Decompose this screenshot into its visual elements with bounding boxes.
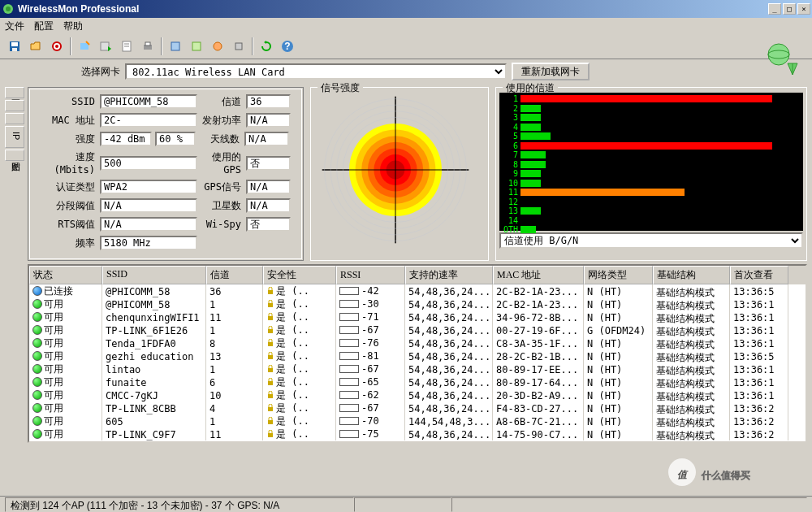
header-mac[interactable]: MAC 地址	[493, 266, 584, 284]
lock-icon	[266, 404, 274, 412]
gps-signal-value: N/A	[246, 180, 291, 194]
lock-icon	[266, 300, 274, 308]
txpower-label: 发射功率	[197, 114, 246, 128]
ssid-value: @PHICOMM_58	[100, 94, 197, 109]
tab-map[interactable]: 贴图	[5, 150, 24, 161]
header-infra[interactable]: 基础结构	[653, 266, 730, 284]
status-dot-icon	[32, 416, 42, 426]
lock-icon	[266, 378, 274, 386]
header-nettype[interactable]: 网络类型	[584, 266, 653, 284]
table-row[interactable]: 可用6051是 (..-70144,54,48,3...A8-6B-7C-21.…	[29, 414, 806, 427]
lock-icon	[266, 287, 274, 295]
svg-text:?: ?	[284, 41, 290, 52]
strength-dbm-value: -42 dBm	[100, 132, 152, 146]
signal-radar-chart	[314, 93, 477, 247]
lock-icon	[266, 326, 274, 334]
tab-ip[interactable]: IP 连接	[5, 126, 24, 148]
table-row[interactable]: 可用TP-LINK_C9F711是 (..-7554,48,36,24...14…	[29, 427, 806, 440]
tool2-icon[interactable]	[187, 37, 206, 56]
gps-used-value: 否	[246, 156, 291, 171]
tab-summary[interactable]: 概要	[5, 87, 24, 98]
connection-info-panel: SSID @PHICOMM_58 信道 36 MAC 地址 2C- 发射功率 N…	[28, 87, 304, 261]
table-row[interactable]: 可用Tenda_1FDFA08是 (..-7654,48,36,24...C8-…	[29, 336, 806, 349]
tool3-icon[interactable]	[208, 37, 227, 56]
table-body[interactable]: 已连接@PHICOMM_5836是 (..-4254,48,36,24...2C…	[29, 284, 806, 443]
close-button[interactable]: ×	[797, 3, 810, 15]
wispy-label: Wi-Spy	[197, 219, 246, 230]
target-icon[interactable]	[47, 37, 67, 56]
log-icon[interactable]	[117, 37, 136, 56]
status-dot-icon	[32, 286, 42, 296]
strength-label: 强度	[35, 132, 100, 146]
window-title: WirelessMon Professional	[18, 3, 768, 15]
svg-rect-47	[268, 394, 273, 398]
nic-select[interactable]: 802.11ac Wireless LAN Card	[125, 63, 507, 80]
play-icon[interactable]	[96, 37, 115, 56]
svg-rect-46	[268, 381, 273, 385]
table-row[interactable]: 可用CMCC-7gKJ10是 (..-6254,48,36,24...20-3D…	[29, 388, 806, 401]
lock-icon	[266, 339, 274, 347]
frag-label: 分段阈值	[35, 199, 100, 213]
wispy-value: 否	[246, 217, 291, 232]
tool1-icon[interactable]	[166, 37, 185, 56]
lock-icon	[266, 430, 274, 438]
svg-point-21	[768, 44, 789, 65]
left-tabs: 概要 统计 图形 IP 连接 贴图	[5, 87, 24, 443]
header-rssi[interactable]: RSSI	[336, 266, 405, 284]
table-row[interactable]: 可用chenqunxingWIFI111是 (..-7154,48,36,24.…	[29, 310, 806, 323]
gps-signal-label: GPS信号	[197, 180, 246, 194]
maximize-button[interactable]: □	[783, 3, 796, 15]
table-row[interactable]: 可用funaite6是 (..-6554,48,36,24...80-89-17…	[29, 375, 806, 388]
status-dot-icon	[32, 429, 42, 439]
header-ssid[interactable]: SSID	[102, 266, 206, 284]
menu-help[interactable]: 帮助	[63, 20, 83, 33]
status-dot-icon	[32, 390, 42, 400]
lock-icon	[266, 365, 274, 373]
open-icon[interactable]	[26, 37, 45, 56]
svg-text:什么值得买: 什么值得买	[701, 470, 750, 481]
channel-label: 信道	[197, 95, 246, 109]
svg-rect-4	[12, 48, 17, 51]
header-channel[interactable]: 信道	[206, 266, 263, 284]
channel-value: 36	[246, 94, 291, 109]
table-row[interactable]: 可用@PHICOMM_581是 (..-3054,48,36,24...2C-B…	[29, 297, 806, 310]
svg-rect-40	[268, 303, 273, 307]
channel-mode-select[interactable]: 信道使用 B/G/N	[499, 232, 803, 249]
status-dot-icon	[32, 325, 42, 335]
table-header: 状态 SSID 信道 安全性 RSSI 支持的速率 MAC 地址 网络类型 基础…	[29, 266, 806, 284]
tab-graph[interactable]: 图形	[5, 113, 24, 124]
svg-point-1	[6, 7, 11, 11]
ap-list-table: 状态 SSID 信道 安全性 RSSI 支持的速率 MAC 地址 网络类型 基础…	[28, 264, 807, 443]
header-rates[interactable]: 支持的速率	[405, 266, 493, 284]
lock-icon	[266, 417, 274, 425]
save-icon[interactable]	[5, 37, 24, 56]
table-row[interactable]: 可用gezhi education13是 (..-8154,48,36,24..…	[29, 349, 806, 362]
svg-rect-39	[268, 290, 273, 294]
table-row[interactable]: 可用lintao1是 (..-6754,48,36,24...80-89-17-…	[29, 362, 806, 375]
table-row[interactable]: 已连接@PHICOMM_5836是 (..-4254,48,36,24...2C…	[29, 284, 806, 297]
table-row[interactable]: 可用TP-LINK_6F1E261是 (..-6754,48,36,24...0…	[29, 323, 806, 336]
table-row[interactable]: 可用TP-LINK_8CBB4是 (..-6754,48,36,24...F4-…	[29, 401, 806, 414]
svg-rect-42	[268, 329, 273, 333]
help-icon[interactable]: ?	[278, 37, 297, 56]
svg-rect-18	[235, 43, 242, 50]
header-status[interactable]: 状态	[29, 266, 102, 284]
statusbar: 检测到 124 个AP (111 个加密 - 13 个未加密) - 37 个 G…	[0, 496, 812, 512]
freq-label: 频率	[35, 236, 100, 250]
header-security[interactable]: 安全性	[263, 266, 336, 284]
refresh-icon[interactable]	[257, 37, 276, 56]
reload-nic-button[interactable]: 重新加载网卡	[512, 63, 590, 80]
svg-rect-15	[171, 42, 179, 50]
tool4-icon[interactable]	[229, 37, 248, 56]
minimize-button[interactable]: _	[768, 3, 781, 15]
status-dot-icon	[32, 338, 42, 348]
tab-stats[interactable]: 统计	[5, 100, 24, 111]
menu-file[interactable]: 文件	[5, 20, 24, 33]
watermark: 值 什么值得买	[667, 456, 797, 491]
wizard-icon[interactable]	[75, 37, 94, 56]
print-icon[interactable]	[138, 37, 158, 56]
svg-text:值: 值	[677, 469, 689, 480]
menu-config[interactable]: 配置	[34, 20, 54, 33]
rate-label: 速度 (Mbits)	[35, 150, 100, 176]
header-firstseen[interactable]: 首次查看	[730, 266, 788, 284]
